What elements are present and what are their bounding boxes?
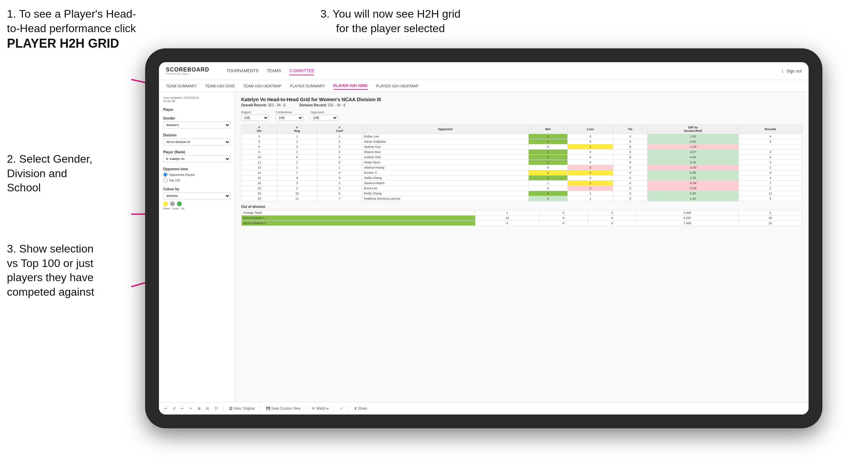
colour-dot-down <box>163 201 168 206</box>
table-row: 13 1 1 Jessica Huang 0 0 0 -3.00 2 <box>242 165 802 170</box>
grid-title: Katelyn Vo Head-to-Head Grid for Women's… <box>241 97 802 102</box>
player-label: Player <box>163 108 230 112</box>
filters-row: Region (All) Conference (All) Opponent <box>241 111 802 121</box>
col-conf: #Conf <box>317 125 362 134</box>
radio-top100[interactable]: Top 100 <box>163 178 230 182</box>
toolbar-share[interactable]: ⬆ Share <box>354 407 367 410</box>
toolbar-watch[interactable]: 👁 Watch ▾ <box>312 407 329 410</box>
col-rounds: Rounds <box>739 125 802 134</box>
player-section: Player <box>163 108 230 112</box>
division-select[interactable]: NCAA Division III NCAA Division I NCAA D… <box>163 139 230 145</box>
ood-row: NAIA Division 1 15 0 0 9.267 30 <box>242 216 802 221</box>
player-rank-label: Player (Rank) <box>163 150 230 154</box>
ood-row: NCAA Division 2 5 0 0 7.400 10 <box>242 221 802 226</box>
opponent-view-section: Opponent view Opponents Played Top 100 <box>163 167 230 182</box>
subnav-team-h2h-grid[interactable]: TEAM H2H GRID <box>205 83 235 89</box>
ipad-screen: SCOREBOARD Powered by clippd TOURNAMENTS… <box>159 62 809 414</box>
toolbar-divider5 <box>348 406 349 412</box>
opponent-filter-label: Opponent <box>310 111 338 114</box>
sign-out-link[interactable]: Sign out <box>786 67 802 75</box>
left-panel: Last Updated: 27/03/2024 16:55:38 Player… <box>159 92 235 414</box>
nav-tournaments[interactable]: TOURNAMENTS <box>227 67 258 75</box>
toolbar-save-custom-view[interactable]: 💾 Save Custom View <box>266 407 300 410</box>
col-loss: Loss <box>567 125 613 134</box>
filter-opponent: Opponent (All) <box>310 111 338 121</box>
sub-nav: TEAM SUMMARY TEAM H2H GRID TEAM H2H HEAT… <box>159 80 809 92</box>
main-content: Last Updated: 27/03/2024 16:55:38 Player… <box>159 92 809 414</box>
ood-row: Foreign Team 1 0 0 4.500 2 <box>242 210 802 216</box>
table-row: 14 7 4 Eunice Yi 2 2 0 0.38 9 <box>242 170 802 175</box>
gender-select[interactable]: Women's Men's <box>163 122 230 128</box>
toolbar-undo[interactable]: ↩ <box>164 407 167 410</box>
opponent-filter-select[interactable]: (All) <box>310 115 338 121</box>
toolbar-expand[interactable]: ⤢ <box>340 407 343 410</box>
instruction-top-right: 3. You will now see H2H gridfor the play… <box>311 7 470 36</box>
colour-dots <box>163 201 230 206</box>
opponent-view-label: Opponent view <box>163 167 230 171</box>
logo-title: SCOREBOARD <box>166 67 209 73</box>
logo-sub: Powered by clippd <box>166 73 209 75</box>
subnav-team-summary[interactable]: TEAM SUMMARY <box>166 83 197 89</box>
colour-by-select[interactable]: Win/loss <box>163 192 230 199</box>
toolbar-redo1[interactable]: ↺ <box>173 407 176 410</box>
instruction-bottom-left: 3. Show selectionvs Top 100 or justplaye… <box>7 242 131 299</box>
col-tie: Tie <box>613 125 647 134</box>
toolbar-scissors[interactable]: ✂ <box>189 407 192 410</box>
nav-teams[interactable]: TEAMS <box>267 67 281 75</box>
toolbar-copy[interactable]: ⊞ <box>198 407 200 410</box>
conference-filter-select[interactable]: (All) <box>276 115 303 121</box>
instruction-bold: PLAYER H2H GRID <box>7 36 119 50</box>
subnav-player-h2h-heatmap[interactable]: PLAYER H2H HEATMAP <box>376 83 418 89</box>
colour-dot-up <box>177 201 182 206</box>
col-div: #Div <box>242 125 277 134</box>
toolbar-divider4 <box>334 406 334 412</box>
col-diff: Diff AvStrokes/Rnd <box>647 125 738 134</box>
toolbar-divider3 <box>306 406 306 412</box>
toolbar: ↩ ↺ ↩ ✂ ⊞ ⊟ ⏱ 🖼 View: Original 💾 Save Cu… <box>159 402 809 414</box>
nav-items: TOURNAMENTS TEAMS COMMITTEE <box>227 67 314 75</box>
instruction-top-left: 1. To see a Player's Head- to-Head perfo… <box>7 7 138 52</box>
subnav-team-h2h-heatmap[interactable]: TEAM H2H HEATMAP <box>243 83 282 89</box>
col-reg: #Reg <box>277 125 317 134</box>
table-row: 16 3 3 Jessica Mason 1 2 0 -0.94 7 <box>242 181 802 186</box>
toolbar-paste[interactable]: ⊟ <box>206 407 209 410</box>
division-section: Division NCAA Division III NCAA Division… <box>163 133 230 145</box>
table-row: 3 1 1 Esther Lee 1 0 0 1.50 4 <box>242 134 802 139</box>
player-rank-select[interactable]: 8. Katelyn Vo <box>163 155 230 162</box>
colour-dot-level <box>170 201 175 206</box>
record-row: Overall Record: 353 - 34 - 6 Division Re… <box>241 103 802 107</box>
gender-label: Gender <box>163 116 230 120</box>
toolbar-clock[interactable]: ⏱ <box>214 407 218 410</box>
colour-by-label: Colour by <box>163 187 230 191</box>
region-filter-label: Region <box>241 111 269 114</box>
app-header: SCOREBOARD Powered by clippd TOURNAMENTS… <box>159 62 809 80</box>
instruction-line1: 1. To see a Player's Head- <box>7 8 136 20</box>
col-opponent: Opponent <box>362 125 529 134</box>
toolbar-divider2 <box>260 406 261 412</box>
main-data-table: #Div #Reg #Conf Opponent Win Loss Tie Di… <box>241 124 802 201</box>
last-updated: Last Updated: 27/03/2024 16:55:38 <box>163 96 230 103</box>
gender-section: Gender Women's Men's <box>163 116 230 128</box>
table-row: 19 10 6 Emily Chang 4 1 0 0.30 11 <box>242 191 802 196</box>
header-pipe: | <box>782 69 783 73</box>
colour-section: Colour by Win/loss Down Level Up <box>163 187 230 210</box>
radio-opponents-played[interactable]: Opponents Played <box>163 172 230 177</box>
table-row: 10 6 3 Andrea York 2 0 0 4.00 4 <box>242 155 802 160</box>
nav-committee[interactable]: COMMITTEE <box>289 67 314 75</box>
header-right: | Sign out <box>782 67 802 75</box>
logo-area: SCOREBOARD Powered by clippd <box>166 67 209 75</box>
division-label: Division <box>163 133 230 137</box>
table-row: 11 2 5 Heejo Hyun 1 0 0 3.33 3 <box>242 160 802 165</box>
toolbar-redo2[interactable]: ↩ <box>181 407 184 410</box>
region-filter-select[interactable]: (All) <box>241 115 269 121</box>
subnav-player-summary[interactable]: PLAYER SUMMARY <box>290 83 325 89</box>
toolbar-view-original[interactable]: 🖼 View: Original <box>229 407 255 410</box>
out-of-division-label: Out of division <box>241 205 802 209</box>
table-row: 9 1 4 Sharon Mun 1 0 0 3.67 3 <box>242 150 802 155</box>
filter-region: Region (All) <box>241 111 269 121</box>
division-record: Division Record: 331 - 34 - 6 <box>299 103 345 107</box>
opponent-view-radio-group: Opponents Played Top 100 <box>163 172 230 182</box>
subnav-player-h2h-grid[interactable]: PLAYER H2H GRID <box>333 82 368 90</box>
toolbar-divider1 <box>223 406 224 412</box>
player-rank-section: Player (Rank) 8. Katelyn Vo <box>163 150 230 162</box>
